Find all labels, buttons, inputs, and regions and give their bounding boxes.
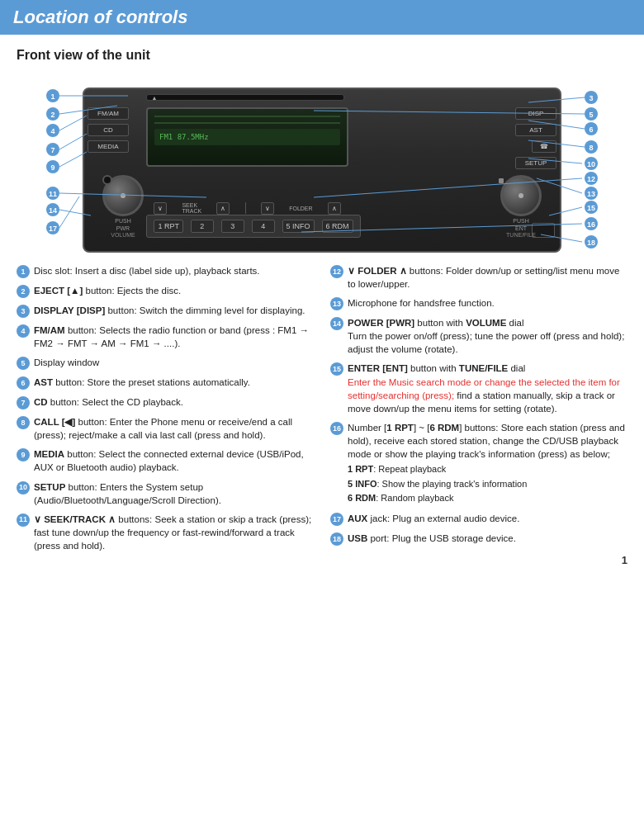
svg-point-18 bbox=[46, 143, 59, 156]
svg-point-0 bbox=[46, 89, 59, 102]
svg-text:13: 13 bbox=[587, 190, 595, 198]
desc-item-14: 14 POWER [PWR] button with VOLUME dialTu… bbox=[330, 316, 627, 356]
microphone bbox=[499, 178, 504, 183]
svg-point-36 bbox=[585, 187, 598, 200]
desc-item-2: 2 EJECT [▲] button: Ejects the disc. bbox=[17, 284, 314, 298]
svg-text:1: 1 bbox=[50, 92, 54, 101]
svg-line-50 bbox=[59, 196, 79, 228]
seek-track-label: SEEKTRACK bbox=[182, 202, 201, 214]
call-button[interactable]: ☎ bbox=[532, 140, 556, 153]
preset-4[interactable]: 4 bbox=[252, 220, 275, 233]
folder-label: FOLDER bbox=[289, 206, 312, 211]
svg-text:9: 9 bbox=[50, 163, 54, 172]
desc-item-5: 5 Display window bbox=[17, 356, 314, 370]
svg-point-42 bbox=[585, 201, 598, 214]
svg-text:16: 16 bbox=[587, 220, 595, 229]
stereo-diagram: ▲ FM1 87.5MHz FM/AM CD MEDIA DISP AST ☎ bbox=[41, 71, 603, 261]
svg-point-3 bbox=[46, 107, 59, 121]
folder-up-button[interactable]: ∧ bbox=[328, 202, 341, 215]
display-window: FM1 87.5MHz bbox=[146, 107, 348, 167]
desc-item-10: 10 SETUP button: Enters the System setup… bbox=[17, 480, 314, 507]
desc-item-4: 4 FM/AM button: Selects the radio functi… bbox=[17, 324, 314, 350]
eject-button: ▲ bbox=[146, 94, 163, 101]
svg-text:10: 10 bbox=[587, 160, 595, 168]
desc-item-6: 6 AST button: Store the preset stations … bbox=[17, 376, 314, 390]
desc-item-15: 15 ENTER [ENT] button with TUNE/FILE dia… bbox=[330, 362, 627, 414]
svg-point-48 bbox=[46, 221, 59, 234]
desc-item-1: 1 Disc slot: Insert a disc (label side u… bbox=[17, 264, 314, 278]
page-title: Location of controls bbox=[13, 7, 187, 28]
svg-point-33 bbox=[585, 172, 598, 185]
svg-point-24 bbox=[46, 160, 59, 173]
svg-text:7: 7 bbox=[50, 146, 54, 154]
svg-point-21 bbox=[585, 140, 598, 154]
svg-text:2: 2 bbox=[50, 111, 54, 119]
stereo-body: ▲ FM1 87.5MHz FM/AM CD MEDIA DISP AST ☎ bbox=[83, 88, 561, 253]
svg-point-51 bbox=[585, 235, 598, 248]
svg-text:8: 8 bbox=[589, 144, 593, 152]
svg-point-45 bbox=[585, 217, 598, 230]
svg-text:4: 4 bbox=[50, 127, 54, 135]
tune-knob[interactable]: PUSHENT TUNE/FILE bbox=[500, 175, 542, 238]
desc-item-13: 13 Microphone for handsfree function. bbox=[330, 296, 627, 310]
seek-up-button[interactable]: ∧ bbox=[216, 202, 230, 215]
disc-slot bbox=[146, 94, 344, 101]
folder-down-button[interactable]: ∨ bbox=[261, 202, 274, 215]
svg-text:15: 15 bbox=[587, 204, 595, 212]
svg-point-9 bbox=[46, 124, 59, 137]
desc-item-8: 8 CALL [◀] button: Enter the Phone menu … bbox=[17, 415, 314, 442]
desc-item-16: 16 Number [1 RPT] ~ [6 RDM] buttons: Sto… bbox=[330, 421, 627, 506]
svg-text:14: 14 bbox=[49, 206, 57, 215]
aux-jack bbox=[102, 175, 112, 185]
fmam-button[interactable]: FM/AM bbox=[88, 107, 129, 120]
svg-text:11: 11 bbox=[49, 190, 57, 198]
descriptions: 1 Disc slot: Insert a disc (label side u… bbox=[17, 264, 627, 558]
right-buttons: DISP AST ☎ SETUP bbox=[515, 107, 556, 169]
disp-button[interactable]: DISP bbox=[515, 107, 556, 120]
left-buttons: FM/AM CD MEDIA bbox=[88, 107, 129, 153]
svg-text:6: 6 bbox=[589, 125, 593, 134]
preset-1[interactable]: 1 RPT bbox=[154, 220, 183, 233]
seek-folder-buttons: ∨ SEEKTRACK ∧ ∨ FOLDER ∧ bbox=[146, 200, 348, 216]
desc-item-12: 12 ∨ FOLDER ∧ buttons: Folder down/up or… bbox=[330, 264, 627, 291]
svg-point-27 bbox=[585, 157, 598, 170]
media-button[interactable]: MEDIA bbox=[88, 140, 129, 153]
desc-col-right: 12 ∨ FOLDER ∧ buttons: Folder down/up or… bbox=[330, 264, 627, 558]
seek-down-button[interactable]: ∨ bbox=[154, 202, 167, 215]
svg-text:12: 12 bbox=[587, 175, 595, 183]
desc-col-left: 1 Disc slot: Insert a disc (label side u… bbox=[17, 264, 314, 558]
desc-item-17: 17 AUX jack: Plug an external audio devi… bbox=[330, 512, 627, 526]
desc-item-3: 3 DISPLAY [DISP] button: Switch the dimm… bbox=[17, 304, 314, 318]
page-number: 1 bbox=[622, 554, 627, 566]
desc-item-18: 18 USB port: Plug the USB storage device… bbox=[330, 532, 627, 546]
svg-text:3: 3 bbox=[589, 94, 593, 102]
preset-3[interactable]: 3 bbox=[221, 220, 244, 233]
preset-buttons: 1 RPT 2 3 4 5 INFO 6 RDM bbox=[146, 215, 361, 238]
page-header: Location of controls bbox=[0, 0, 644, 35]
svg-point-39 bbox=[46, 203, 59, 216]
desc-item-7: 7 CD button: Select the CD playback. bbox=[17, 395, 314, 409]
preset-2[interactable]: 2 bbox=[191, 220, 214, 233]
svg-text:18: 18 bbox=[587, 239, 595, 247]
setup-button[interactable]: SETUP bbox=[515, 157, 556, 169]
desc-item-11: 11 ∨ SEEK/TRACK ∧ buttons: Seek a statio… bbox=[17, 513, 314, 552]
section-title: Front view of the unit bbox=[17, 48, 627, 63]
cd-button[interactable]: CD bbox=[88, 124, 129, 136]
svg-point-12 bbox=[585, 107, 598, 121]
preset-6[interactable]: 6 RDM bbox=[322, 220, 353, 233]
svg-point-15 bbox=[585, 122, 598, 135]
svg-point-6 bbox=[585, 91, 598, 104]
svg-point-30 bbox=[46, 187, 59, 200]
svg-text:17: 17 bbox=[49, 225, 57, 233]
preset-5[interactable]: 5 INFO bbox=[282, 220, 315, 233]
ast-button[interactable]: AST bbox=[515, 124, 556, 136]
svg-text:5: 5 bbox=[589, 111, 593, 119]
desc-item-9: 9 MEDIA button: Select the connected ext… bbox=[17, 447, 314, 474]
